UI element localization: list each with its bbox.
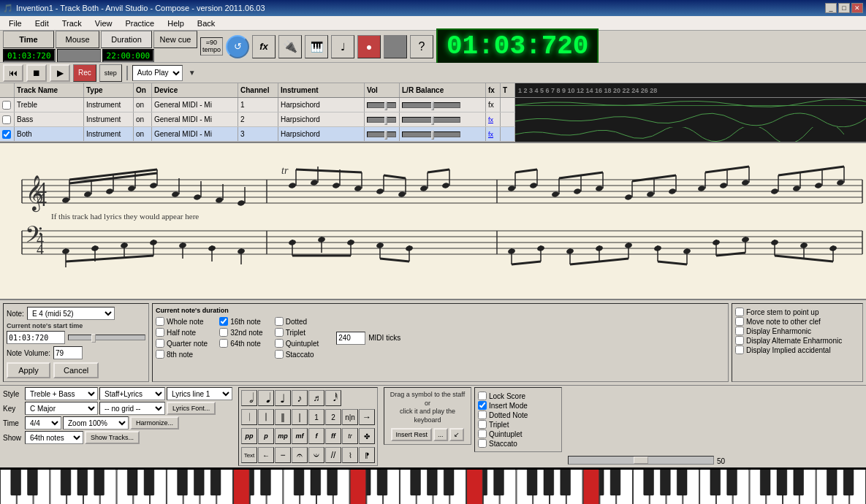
menu-back[interactable]: Back [191, 18, 221, 29]
staccato-insert-check[interactable] [478, 439, 487, 448]
track-fx-treble[interactable]: fx [486, 98, 501, 112]
note-select[interactable]: E 4 (midi 52) [27, 307, 115, 320]
sym-bar-2[interactable]: 𝄁 [258, 409, 274, 425]
track-row-bass[interactable]: Bass Instrument on General MIDI - Mi 2 H… [0, 112, 866, 127]
track-check-bass[interactable] [0, 112, 15, 126]
speaker-button[interactable] [384, 35, 407, 58]
key-select[interactable]: C Major [25, 402, 98, 415]
track-row-treble[interactable]: Treble Instrument on General MIDI - Mi 1… [0, 98, 866, 112]
score-area[interactable]: 4 4 𝄞 [0, 143, 866, 299]
half-note-check[interactable] [156, 328, 164, 337]
rewind-button[interactable]: ⏮ [3, 64, 23, 82]
position-scrollbar[interactable] [568, 456, 714, 465]
checkbox-bass[interactable] [2, 115, 11, 124]
quintuplet-insert-check[interactable] [478, 429, 487, 438]
sym-slash[interactable]: // [325, 447, 341, 463]
menu-view[interactable]: View [89, 18, 118, 29]
style-select[interactable]: Treble + Bass [25, 387, 98, 400]
force-stem-check[interactable] [735, 308, 744, 316]
menu-file[interactable]: File [3, 18, 28, 29]
checkbox-both[interactable] [2, 130, 11, 139]
sym-dyn-p[interactable]: p [258, 428, 274, 444]
16th-note-check[interactable] [219, 317, 228, 326]
mic-button[interactable]: ● [357, 35, 381, 58]
track-fx-both[interactable]: fx [486, 127, 501, 141]
apply-button[interactable]: Apply [7, 362, 50, 378]
triplet-insert-check[interactable] [478, 420, 487, 429]
mouse-button[interactable]: Mouse [56, 31, 99, 48]
menu-edit[interactable]: Edit [29, 18, 55, 29]
time-slider[interactable] [68, 335, 145, 340]
track-fx-bass[interactable]: fx [486, 112, 501, 126]
midi-ticks-input[interactable]: 240 [336, 332, 365, 345]
menu-help[interactable]: Help [162, 18, 190, 29]
stop-button[interactable]: ⏹ [26, 64, 47, 82]
rec-button[interactable]: Rec [73, 64, 96, 82]
sym-btn-2[interactable]: 𝅘𝅥 [258, 390, 274, 406]
cancel-button[interactable]: Cancel [53, 362, 99, 378]
dotted-check[interactable] [275, 317, 284, 326]
play-button[interactable]: ▶ [50, 64, 70, 82]
sheet-button[interactable]: ♩ [331, 35, 354, 58]
sym-bar-6[interactable]: 2 [325, 409, 341, 425]
sym-bar-3[interactable]: ‖ [275, 409, 291, 425]
sym-btn-4[interactable]: ♪ [292, 390, 308, 406]
new-cue-button[interactable]: New cue [153, 31, 197, 48]
sym-bar-4[interactable]: | [292, 409, 308, 425]
sym-btn-3[interactable]: ♩ [275, 390, 291, 406]
sym-text[interactable]: Text [241, 447, 257, 463]
maximize-button[interactable]: □ [838, 3, 850, 13]
sym-btn-6[interactable]: 𝅘𝅥𝅱 [325, 390, 341, 406]
eighth-note-check[interactable] [156, 350, 164, 359]
sym-misc1[interactable]: ⌇ [342, 447, 358, 463]
grid-select[interactable]: -- no grid -- [99, 402, 165, 415]
volume-input[interactable] [53, 346, 83, 359]
sync-button[interactable]: ↺ [226, 35, 249, 58]
sym-left-arrow[interactable]: ← [258, 447, 274, 463]
sym-dyn-pp[interactable]: pp [241, 428, 257, 444]
start-time-input[interactable]: 01:03:720 [7, 331, 65, 344]
alt-enharmonic-check[interactable] [735, 336, 744, 345]
plug-button[interactable]: 🔌 [278, 35, 302, 58]
quarter-note-check[interactable] [156, 339, 164, 348]
track-row-both[interactable]: Both Instrument on General MIDI - Mi 3 H… [0, 127, 866, 142]
dotted-note-check[interactable] [478, 411, 487, 419]
whole-note-check[interactable] [156, 317, 164, 326]
harmonize-button[interactable]: Harmonize... [130, 416, 179, 429]
step-button[interactable]: step [99, 64, 122, 82]
show-select[interactable]: 64th notes [25, 431, 83, 444]
sym-crescendo[interactable]: 𝄐 [292, 447, 308, 463]
piano-keyboard[interactable]: (function() { var svg = document.querySe… [0, 467, 866, 504]
show-tracks-button[interactable]: Show Tracks... [85, 431, 140, 444]
track-check-treble[interactable] [0, 98, 15, 112]
quintuplet-check[interactable] [275, 339, 284, 348]
help-icon-button[interactable]: ? [410, 35, 433, 58]
insert-mode-check[interactable] [478, 401, 487, 410]
lyrics-select[interactable]: Lyrics line 1 [167, 387, 232, 400]
lock-score-check[interactable] [478, 392, 487, 400]
track-check-both[interactable] [0, 127, 15, 141]
time-button[interactable]: Time [3, 31, 54, 48]
sym-dyn-f[interactable]: f [308, 428, 324, 444]
menu-practice[interactable]: Practice [119, 18, 160, 29]
insert-rest-button[interactable]: Insert Rest [391, 428, 432, 441]
checkbox-treble[interactable] [2, 101, 11, 110]
fx-button[interactable]: fx [252, 35, 276, 58]
sym-bar-5[interactable]: 1 [308, 409, 324, 425]
sym-bar-7[interactable]: n|n [342, 409, 358, 425]
piano-button[interactable]: 🎹 [305, 35, 328, 58]
64th-note-check[interactable] [219, 339, 228, 348]
sym-bar-1[interactable]: 𝄀 [241, 409, 257, 425]
display-enharmonic-check[interactable] [735, 327, 744, 335]
implied-accidental-check[interactable] [735, 345, 744, 354]
minimize-button[interactable]: _ [825, 3, 837, 13]
sym-dyn-mp[interactable]: mp [275, 428, 291, 444]
menu-track[interactable]: Track [56, 18, 88, 29]
zoom-select[interactable]: Zoom 100% [63, 416, 129, 429]
duration-button[interactable]: Duration [101, 31, 152, 48]
staff-select[interactable]: Staff+Lyrics [99, 387, 165, 400]
autoplay-select[interactable]: Auto Play [132, 65, 183, 81]
sym-bar-8[interactable]: → [359, 409, 375, 425]
move-note-check[interactable] [735, 317, 744, 326]
sym-decrescendo[interactable]: 𝄑 [308, 447, 324, 463]
